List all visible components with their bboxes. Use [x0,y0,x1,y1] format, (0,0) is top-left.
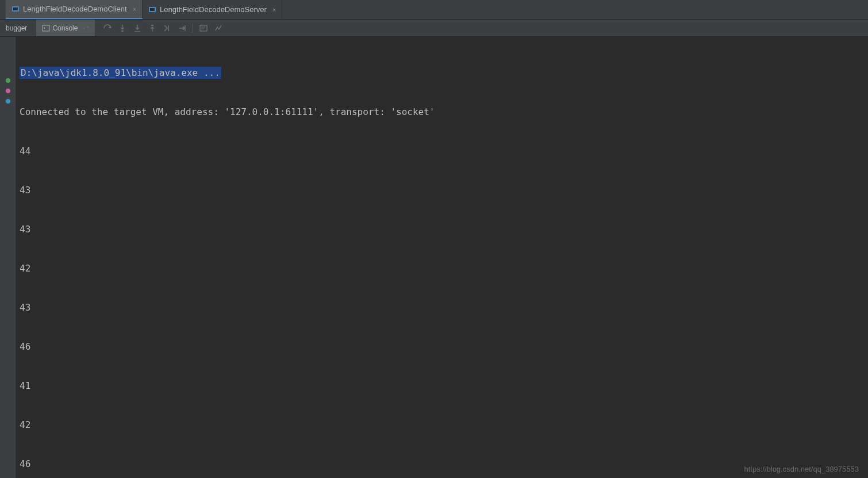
app-icon [148,6,156,14]
console-line: Connected to the target VM, address: '12… [20,104,865,121]
app-icon [11,5,20,13]
svg-rect-6 [151,25,153,26]
svg-rect-4 [43,25,49,31]
console-gutter [0,37,16,478]
gutter-marker-1[interactable] [5,77,11,84]
svg-rect-7 [200,25,207,31]
console-line: 46 [20,338,865,355]
trace-icon[interactable] [214,24,223,33]
console-line: 43 [20,299,865,316]
svg-point-8 [6,78,10,83]
console-icon [42,24,50,32]
console-line: 43 [20,221,865,238]
run-to-cursor-icon[interactable] [178,24,187,33]
console-line: 44 [20,143,865,160]
step-over-icon[interactable] [103,24,112,33]
svg-rect-5 [121,30,124,32]
drop-frame-icon[interactable] [163,24,172,33]
evaluate-icon[interactable] [199,24,208,33]
debugger-label: bugger [6,24,27,32]
svg-rect-1 [13,7,18,10]
console-line: 42 [20,416,865,434]
console-arrow: →* [80,25,89,32]
tab-label: LengthFieldDecodeDemoClient [23,5,127,13]
command-line: D:\java\jdk1.8.0_91\bin\java.exe ... [20,67,221,79]
watermark: https://blog.csdn.net/qq_38975553 [744,465,859,473]
console-line: 41 [20,377,865,395]
close-icon[interactable]: × [130,6,136,13]
console-line: 43 [20,182,865,199]
console-output[interactable]: D:\java\jdk1.8.0_91\bin\java.exe ... Con… [16,37,868,478]
svg-point-10 [6,99,10,104]
debug-toolbar: bugger Console →* [0,20,868,37]
close-icon[interactable]: × [270,6,276,13]
gutter-marker-3[interactable] [5,98,11,105]
console-line: 46 [20,456,865,473]
step-controls [98,24,223,33]
svg-rect-3 [150,8,155,11]
gutter-marker-2[interactable] [5,87,11,94]
debugger-tab[interactable]: bugger [0,20,33,36]
tab-client[interactable]: LengthFieldDecodeDemoClient × [6,0,143,19]
force-step-icon[interactable] [133,24,142,33]
console-tab[interactable]: Console →* [36,20,94,36]
step-into-icon[interactable] [118,24,127,33]
console-label: Console [52,24,78,32]
tab-server[interactable]: LengthFieldDecodeDemoServer × [143,0,282,19]
svg-point-9 [6,89,10,93]
step-out-icon[interactable] [148,24,157,33]
tab-label: LengthFieldDecodeDemoServer [160,5,267,14]
separator [193,24,193,33]
run-config-tab-bar: LengthFieldDecodeDemoClient × LengthFiel… [0,0,868,20]
console-line: 42 [20,260,865,277]
